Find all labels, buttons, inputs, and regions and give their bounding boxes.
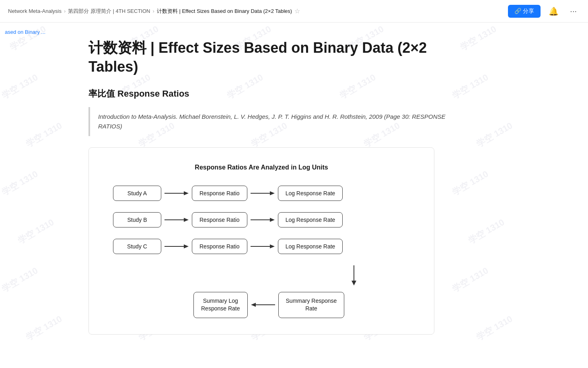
log-response-rate-a-box: Log Response Rate (278, 186, 343, 201)
arrow-c-2 (251, 242, 275, 250)
arrow-b-1 (164, 216, 189, 224)
log-response-rate-b-box: Log Response Rate (278, 212, 343, 227)
flow-row-b: Study B Response Ratio Log Response Rate (113, 212, 410, 227)
diagram-title: Response Ratios Are Analyzed in Log Unit… (113, 164, 410, 171)
flow-row-a: Study A Response Ratio Log Response Rate (113, 186, 410, 201)
study-b-box: Study B (113, 212, 161, 227)
arrow-a-1 (164, 189, 189, 197)
down-arrow-container (298, 265, 410, 285)
arrow-b-2 (251, 216, 275, 224)
breadcrumb-sep-2: › (152, 8, 154, 14)
flow-row-c: Study C Response Ratio Log Response Rate (113, 239, 410, 254)
svg-marker-7 (270, 218, 275, 222)
response-ratio-b-box: Response Ratio (192, 212, 247, 227)
arrow-c-1 (164, 242, 189, 250)
breadcrumb-item-1[interactable]: Network Meta-Analysis (8, 8, 62, 14)
breadcrumb: Network Meta-Analysis › 第四部分 原理简介 | 4TH … (8, 7, 300, 15)
response-ratio-a-box: Response Ratio (192, 186, 247, 201)
share-button[interactable]: 🔗 分享 (508, 5, 541, 18)
arrow-a-2 (251, 189, 275, 197)
page-title: 计数资料 | Effect Sizes Based on Binary Data… (88, 39, 458, 76)
star-icon[interactable]: ☆ (294, 7, 300, 15)
summary-response-rate-box: Summary ResponseRate (278, 292, 345, 318)
nav-actions: 🔗 分享 🔔 ··· (508, 5, 580, 18)
study-c-box: Study C (113, 239, 161, 254)
svg-marker-11 (270, 244, 275, 248)
notification-button[interactable]: 🔔 (545, 5, 562, 18)
study-a-box: Study A (113, 186, 161, 201)
svg-marker-1 (184, 191, 189, 195)
summary-log-response-rate-box: Summary LogResponse Rate (193, 292, 248, 318)
section-title: 率比值 Response Ratios (88, 88, 458, 100)
diagram-container: Response Ratios Are Analyzed in Log Unit… (88, 147, 434, 335)
top-nav: Network Meta-Analysis › 第四部分 原理简介 | 4TH … (0, 0, 588, 23)
more-button[interactable]: ··· (567, 5, 580, 17)
svg-marker-3 (270, 191, 275, 195)
summary-flow-row: Summary LogResponse Rate Summary Respons… (193, 292, 410, 318)
svg-marker-9 (184, 244, 189, 248)
log-response-rate-c-box: Log Response Rate (278, 239, 343, 254)
reference-blockquote: Introduction to Meta-Analysis. Michael B… (88, 107, 458, 136)
arrow-summary (251, 301, 275, 309)
breadcrumb-current: 计数资料 | Effect Sizes Based on Binary Data… (157, 8, 292, 15)
svg-marker-5 (184, 218, 189, 222)
blockquote-text: Introduction to Meta-Analysis. Michael B… (98, 113, 446, 130)
main-content: 计数资料 | Effect Sizes Based on Binary Data… (0, 23, 483, 351)
breadcrumb-item-2[interactable]: 第四部分 原理简介 | 4TH SECTION (68, 8, 150, 15)
breadcrumb-sep-1: › (64, 8, 66, 14)
svg-marker-15 (251, 303, 256, 307)
svg-marker-13 (352, 281, 356, 285)
response-ratio-c-box: Response Ratio (192, 239, 247, 254)
